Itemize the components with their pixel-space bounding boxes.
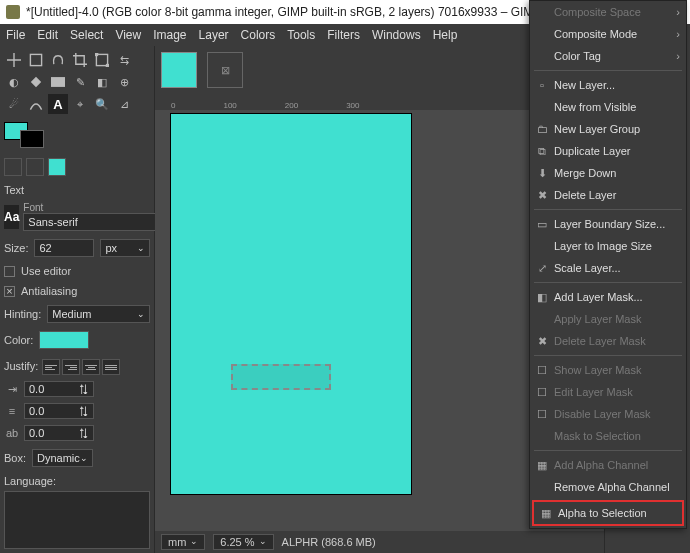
- unit-dropdown[interactable]: mm⌄: [161, 534, 205, 550]
- transform-tool-icon[interactable]: [92, 50, 112, 70]
- pencil-tool-icon[interactable]: ✎: [70, 72, 90, 92]
- menu-scale-layer[interactable]: ⤢Scale Layer...: [530, 257, 686, 279]
- letter-spacing-icon: ab: [4, 427, 20, 439]
- gradient-tool-icon[interactable]: [48, 72, 68, 92]
- antialiasing-checkbox[interactable]: [4, 286, 15, 297]
- menu-show-mask[interactable]: ☐Show Layer Mask: [530, 359, 686, 381]
- use-editor-label: Use editor: [21, 265, 71, 277]
- menu-layer[interactable]: Layer: [199, 28, 229, 42]
- font-label: Font: [23, 202, 171, 213]
- menu-composite-space[interactable]: Composite Space: [530, 1, 686, 23]
- clone-tool-icon[interactable]: ⊕: [114, 72, 134, 92]
- svg-rect-4: [51, 78, 65, 86]
- close-image-icon[interactable]: ⊠: [207, 52, 243, 88]
- color-picker-icon[interactable]: ⌖: [70, 94, 90, 114]
- indent-input[interactable]: 0.0⮁: [24, 381, 94, 397]
- new-layer-icon: ▫: [535, 78, 549, 92]
- menu-alpha-to-selection[interactable]: ▦Alpha to Selection: [534, 502, 682, 524]
- add-mask-icon: ◧: [535, 290, 549, 304]
- canvas[interactable]: [171, 114, 411, 494]
- use-editor-checkbox[interactable]: [4, 266, 15, 277]
- menu-boundary-size[interactable]: ▭Layer Boundary Size...: [530, 213, 686, 235]
- warp-tool-icon[interactable]: ◐: [4, 72, 24, 92]
- line-spacing-input[interactable]: 0.0⮁: [24, 403, 94, 419]
- menu-edit-mask[interactable]: ☐Edit Layer Mask: [530, 381, 686, 403]
- crop-tool-icon[interactable]: [70, 50, 90, 70]
- duplicate-icon: ⧉: [535, 144, 549, 158]
- size-input[interactable]: [34, 239, 94, 257]
- menu-new-layer[interactable]: ▫New Layer...: [530, 74, 686, 96]
- menu-apply-mask[interactable]: Apply Layer Mask: [530, 308, 686, 330]
- svg-point-2: [95, 53, 98, 56]
- flip-tool-icon[interactable]: ⇆: [114, 50, 134, 70]
- text-color-swatch[interactable]: [39, 331, 89, 349]
- menu-image[interactable]: Image: [153, 28, 186, 42]
- justify-right-icon[interactable]: [62, 359, 80, 375]
- menu-new-from-visible[interactable]: New from Visible: [530, 96, 686, 118]
- menu-filters[interactable]: Filters: [327, 28, 360, 42]
- status-info: ALPHR (868.6 MB): [282, 536, 376, 548]
- bucket-fill-icon[interactable]: [26, 72, 46, 92]
- menu-disable-mask[interactable]: ☐Disable Layer Mask: [530, 403, 686, 425]
- text-tool-icon[interactable]: A: [48, 94, 68, 114]
- menu-duplicate-layer[interactable]: ⧉Duplicate Layer: [530, 140, 686, 162]
- smudge-tool-icon[interactable]: ☄: [4, 94, 24, 114]
- selection-rectangle[interactable]: [231, 364, 331, 390]
- menu-file[interactable]: File: [6, 28, 25, 42]
- menu-composite-mode[interactable]: Composite Mode: [530, 23, 686, 45]
- menu-colors[interactable]: Colors: [241, 28, 276, 42]
- menu-view[interactable]: View: [115, 28, 141, 42]
- menu-add-mask[interactable]: ◧Add Layer Mask...: [530, 286, 686, 308]
- move-tool-icon[interactable]: [4, 50, 24, 70]
- device-tab-icon[interactable]: [26, 158, 44, 176]
- menu-add-alpha[interactable]: ▦Add Alpha Channel: [530, 454, 686, 476]
- checkbox-icon: ☐: [535, 363, 549, 377]
- background-color[interactable]: [20, 130, 44, 148]
- menu-color-tag[interactable]: Color Tag: [530, 45, 686, 67]
- menu-remove-alpha[interactable]: Remove Alpha Channel: [530, 476, 686, 498]
- font-picker-icon[interactable]: Aa: [4, 205, 19, 229]
- zoom-tool-icon[interactable]: 🔍: [92, 94, 112, 114]
- image-thumb[interactable]: [161, 52, 197, 88]
- color-swatches[interactable]: [4, 122, 150, 148]
- checkbox-icon: ☐: [535, 385, 549, 399]
- menu-tools[interactable]: Tools: [287, 28, 315, 42]
- eraser-tool-icon[interactable]: ◧: [92, 72, 112, 92]
- svg-point-3: [106, 64, 109, 67]
- menu-delete-layer[interactable]: ✖Delete Layer: [530, 184, 686, 206]
- language-label: Language:: [4, 475, 150, 487]
- menu-help[interactable]: Help: [433, 28, 458, 42]
- menu-windows[interactable]: Windows: [372, 28, 421, 42]
- window-title: *[Untitled]-4.0 (RGB color 8-bit gamma i…: [26, 5, 541, 19]
- alpha-icon: ▦: [535, 458, 549, 472]
- letter-spacing-input[interactable]: 0.0⮁: [24, 425, 94, 441]
- zoom-dropdown[interactable]: 6.25 %⌄: [213, 534, 273, 550]
- justify-left-icon[interactable]: [42, 359, 60, 375]
- menu-new-layer-group[interactable]: 🗀New Layer Group: [530, 118, 686, 140]
- measure-tool-icon[interactable]: ⊿: [114, 94, 134, 114]
- menu-select[interactable]: Select: [70, 28, 103, 42]
- box-dropdown[interactable]: Dynamic⌄: [32, 449, 93, 467]
- font-input[interactable]: [23, 213, 171, 231]
- hinting-dropdown[interactable]: Medium⌄: [47, 305, 150, 323]
- menu-edit[interactable]: Edit: [37, 28, 58, 42]
- size-unit-dropdown[interactable]: px⌄: [100, 239, 150, 257]
- images-tab-icon[interactable]: [48, 158, 66, 176]
- justify-fill-icon[interactable]: [102, 359, 120, 375]
- justify-center-icon[interactable]: [82, 359, 100, 375]
- language-input[interactable]: [4, 491, 150, 549]
- path-tool-icon[interactable]: [26, 94, 46, 114]
- menu-merge-down[interactable]: ⬇Merge Down: [530, 162, 686, 184]
- box-label: Box:: [4, 452, 26, 464]
- antialiasing-label: Antialiasing: [21, 285, 77, 297]
- scale-icon: ⤢: [535, 261, 549, 275]
- menu-mask-to-selection[interactable]: Mask to Selection: [530, 425, 686, 447]
- layer-group-icon: 🗀: [535, 122, 549, 136]
- options-tab-icon[interactable]: [4, 158, 22, 176]
- hinting-label: Hinting:: [4, 308, 41, 320]
- menu-layer-to-image[interactable]: Layer to Image Size: [530, 235, 686, 257]
- menu-delete-mask[interactable]: ✖Delete Layer Mask: [530, 330, 686, 352]
- indent-icon: ⇥: [4, 383, 20, 396]
- rect-select-icon[interactable]: [26, 50, 46, 70]
- free-select-icon[interactable]: [48, 50, 68, 70]
